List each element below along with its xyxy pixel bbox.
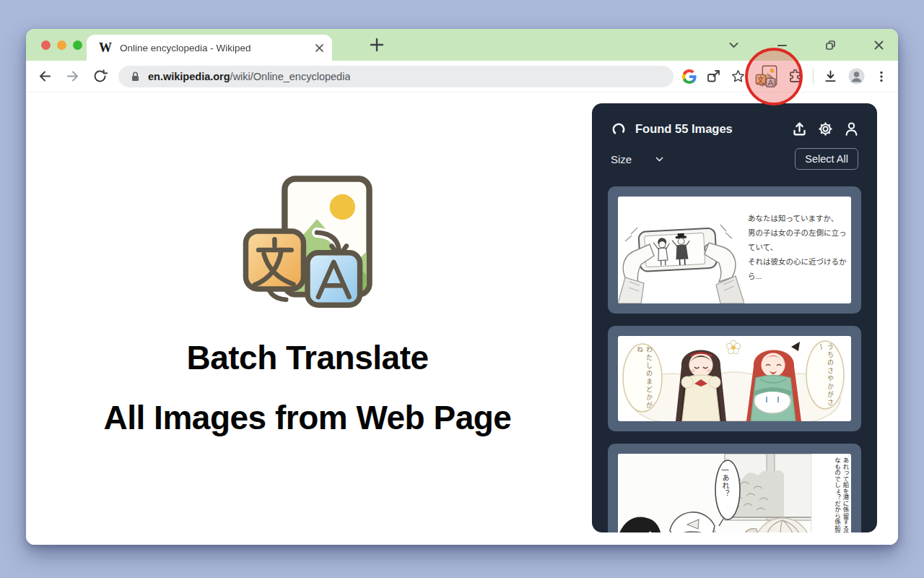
reload-icon[interactable] xyxy=(92,69,108,84)
manga-side-text: あれって船を港に係留する柱みたいなものでしょ？だから係船柱― xyxy=(816,457,849,532)
found-images-count: Found 55 Images xyxy=(635,122,783,136)
select-all-button[interactable]: Select All xyxy=(795,148,858,170)
speech-bubble-text-left: わたしのまどかがね xyxy=(635,346,654,413)
hero-title-line2: All Images from Web Page xyxy=(26,401,589,434)
extension-panel: Found 55 Images Size xyxy=(592,103,877,532)
window-chevron-icon[interactable] xyxy=(728,39,740,51)
wikipedia-favicon: W xyxy=(99,41,112,54)
window-restore-icon[interactable] xyxy=(824,39,837,51)
traffic-light-zoom[interactable] xyxy=(73,40,82,50)
menu-dots-icon[interactable] xyxy=(875,70,888,83)
toolbar-separator xyxy=(813,69,814,85)
hero-title-line1: Batch Translate xyxy=(26,341,589,374)
refresh-icon[interactable] xyxy=(611,121,627,137)
speech-bubble-text-center: ―あれ？ xyxy=(720,465,731,523)
image-card-list: あなたは知っていますか、 男の子は女の子の左側に立っ ていて、 それは彼女の心に… xyxy=(592,186,877,532)
download-icon[interactable] xyxy=(823,69,838,84)
new-tab-button[interactable] xyxy=(368,36,385,53)
size-dropdown-label: Size xyxy=(611,153,632,165)
manga-image-3[interactable]: ―あれ？ あれって船を港に係留する柱みたいなものでしょ？だから係船柱― xyxy=(618,454,851,532)
bookmark-star-icon[interactable] xyxy=(731,69,746,84)
speech-bubble-text-right: うちのさやかがさ～ xyxy=(816,343,835,410)
back-icon[interactable] xyxy=(38,69,53,84)
traffic-light-close[interactable] xyxy=(41,40,51,50)
hero-section: Batch Translate All Images from Web Page xyxy=(26,173,589,434)
image-card[interactable]: あなたは知っていますか、 男の子は女の子の左側に立っ ていて、 それは彼女の心に… xyxy=(608,186,861,314)
manga-panel-art xyxy=(618,454,849,532)
upload-icon[interactable] xyxy=(791,121,808,137)
browser-tab[interactable]: W Online encyclopedia - Wikiped xyxy=(87,35,332,61)
lock-icon xyxy=(130,71,141,82)
forward-icon[interactable] xyxy=(65,69,80,84)
phone-sketch-art xyxy=(618,197,744,303)
share-icon[interactable] xyxy=(706,69,721,84)
account-person-icon[interactable] xyxy=(843,121,860,137)
image-card[interactable]: ―あれ？ あれって船を港に係留する柱みたいなものでしょ？だから係船柱― xyxy=(608,444,861,532)
chevron-down-icon xyxy=(655,155,664,164)
highlight-circle xyxy=(745,48,803,105)
size-dropdown[interactable]: Size xyxy=(611,153,664,165)
app-logo xyxy=(238,173,377,308)
url-text: en.wikipedia.org/wiki/Online_encyclopedi… xyxy=(148,71,350,82)
profile-avatar[interactable] xyxy=(847,67,866,85)
google-icon[interactable] xyxy=(682,69,697,84)
tab-close-icon[interactable] xyxy=(314,43,325,53)
url-domain: en.wikipedia.org xyxy=(148,71,230,82)
url-path: /wiki/Online_encyclopedia xyxy=(230,71,351,82)
panel-controls: Size Select All xyxy=(592,148,877,170)
page-content: Batch Translate All Images from Web Page… xyxy=(26,92,898,545)
manga-caption-text: あなたは知っていますか、 男の子は女の子の左側に立っ ていて、 それは彼女の心に… xyxy=(748,211,847,283)
image-card[interactable]: わたしのまどかがね うちのさやかがさ～ xyxy=(608,326,861,431)
manga-image-1[interactable]: あなたは知っていますか、 男の子は女の子の左側に立っ ていて、 それは彼女の心に… xyxy=(618,197,851,303)
window-close-icon[interactable] xyxy=(873,39,885,51)
traffic-light-minimize[interactable] xyxy=(57,40,66,50)
panel-header: Found 55 Images xyxy=(592,103,877,137)
settings-gear-icon[interactable] xyxy=(817,121,834,137)
manga-image-2[interactable]: わたしのまどかがね うちのさやかがさ～ xyxy=(618,336,851,421)
tab-title: Online encyclopedia - Wikiped xyxy=(120,43,314,53)
url-bar[interactable]: en.wikipedia.org/wiki/Online_encyclopedi… xyxy=(118,66,674,87)
browser-window: W Online encyclopedia - Wikiped xyxy=(26,29,898,545)
